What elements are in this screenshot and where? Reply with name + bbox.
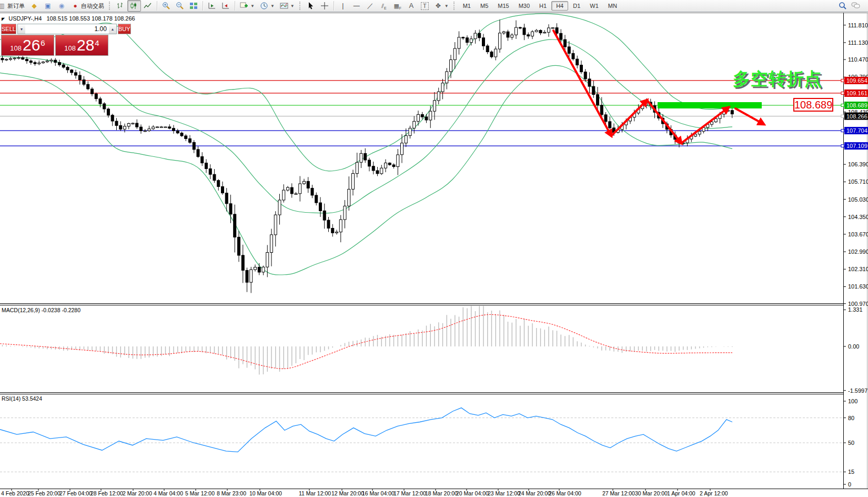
time-tick-label: 20 Mar 04:00 [456, 490, 489, 496]
tf-w1[interactable]: W1 [585, 1, 603, 11]
price-level-box: 108.689 [793, 98, 833, 112]
buy-price-display[interactable]: 108 28 4 [55, 35, 108, 56]
price-label-anchor [841, 130, 844, 132]
autotrading-button[interactable]: ● 自动交易 [68, 0, 107, 12]
market-watch-button[interactable]: ◆ [27, 0, 41, 12]
market-watch-icon: ◆ [30, 2, 38, 10]
price-label-anchor [841, 145, 844, 147]
tf-d1[interactable]: D1 [568, 1, 585, 11]
volume-decrease-button[interactable]: ▼ [18, 24, 25, 34]
axis-tick-label: 101.630 [848, 283, 868, 290]
dropdown-caret-icon: ▼ [250, 4, 255, 8]
search-icon[interactable] [839, 2, 847, 10]
toolbar-grip [453, 2, 456, 10]
zoom-in-icon [162, 2, 170, 10]
bar-chart-button[interactable] [114, 0, 127, 12]
dropdown-caret-icon: ▼ [290, 4, 295, 8]
axis-tick-label: 80 [848, 415, 854, 421]
volume-spinner: ▼ ▲ [17, 24, 117, 34]
candlestick-chart-button[interactable] [127, 0, 141, 12]
line-chart-button[interactable] [141, 0, 155, 12]
axis-tick-label: 111.130 [848, 39, 868, 46]
cursor-button[interactable] [304, 0, 318, 12]
axis-tick-label: 50 [848, 440, 854, 446]
sell-button[interactable]: SELL [1, 24, 16, 34]
macd-label: MACD(12,26,9) -0.0238 -0.2280 [2, 307, 80, 313]
toolbar: ▥ 新订单 ◆ ▣ ◉ ● 自动交易 ▼ ▼ ▼ | — ／ ⫽E ▦F A T… [0, 0, 868, 12]
buy-button[interactable]: BUY [118, 24, 131, 34]
zoom-out-button[interactable] [173, 0, 187, 12]
turning-point-annotation: 多空转折点 [733, 67, 822, 91]
axis-tick-label: 102.310 [848, 266, 868, 272]
axis-tick-label: 110.470 [848, 56, 868, 63]
template-button[interactable]: ▼ [277, 0, 297, 12]
zoom-out-icon [176, 2, 184, 10]
volume-input[interactable] [25, 24, 109, 34]
new-chart-button[interactable]: ▼ [237, 0, 257, 12]
new-order-button[interactable]: ▥ 新订单 [0, 0, 27, 12]
tf-m1[interactable]: M1 [458, 1, 476, 11]
clock-icon [260, 2, 268, 10]
tf-h4[interactable]: H4 [551, 1, 568, 11]
horizontal-line-icon: — [352, 2, 361, 10]
auto-scroll-button[interactable] [219, 0, 233, 12]
axis-tick-label: 105.030 [848, 196, 868, 203]
time-tick-label: 8 Mar 23:00 [217, 490, 246, 496]
chart-symbol-timeframe: USDJPY-,H4 [8, 15, 42, 22]
toolbar-grip [109, 2, 112, 10]
crosshair-button[interactable] [318, 0, 331, 12]
rsi-label: RSI(14) 53.5424 [2, 395, 42, 402]
chart-shift-button[interactable] [205, 0, 219, 12]
zoom-in-button[interactable] [159, 0, 173, 12]
text-label-button[interactable]: T [418, 0, 431, 12]
time-tick-label: 24 Mar 20:00 [518, 490, 551, 496]
sell-price-big: 26 [23, 36, 40, 54]
arrows-button[interactable]: ✥▼ [431, 0, 451, 12]
price-label-anchor [841, 92, 844, 94]
price-label-anchor [841, 104, 844, 107]
template-icon [280, 2, 288, 10]
price-label-text: 107.704 [846, 127, 867, 134]
channel-button[interactable]: ⫽E [377, 0, 391, 12]
tf-m30[interactable]: M30 [514, 1, 534, 11]
text-label-icon: T [421, 2, 429, 10]
tf-m15[interactable]: M15 [493, 1, 513, 11]
sell-price-prefix: 108 [10, 44, 22, 52]
axis-tick-label: 104.350 [848, 214, 868, 220]
cursor-icon [307, 2, 315, 10]
vertical-line-icon: | [339, 2, 347, 10]
price-label-text: 107.109 [846, 143, 867, 149]
axis-tick-label: -1.5997 [848, 387, 867, 394]
dropdown-caret-icon: ▼ [270, 4, 275, 8]
vertical-line-button[interactable]: | [336, 0, 350, 12]
period-button[interactable]: ▼ [257, 0, 277, 12]
fibonacci-icon: ▦F [393, 2, 402, 10]
axis-tick-label: 1.331 [848, 306, 863, 313]
tf-mn[interactable]: MN [603, 1, 622, 11]
horizontal-line-button[interactable]: — [350, 0, 364, 12]
toolbar-separator [235, 1, 235, 11]
axis-tick-label: 105.710 [848, 178, 868, 185]
text-button[interactable]: A [405, 0, 418, 12]
time-tick-label: 4 Feb 2020 [1, 490, 29, 496]
navigator-button[interactable]: ▣ [41, 0, 55, 12]
fibonacci-button[interactable]: ▦F [391, 0, 405, 12]
tf-m5[interactable]: M5 [476, 1, 493, 11]
tf-h1[interactable]: H1 [534, 1, 551, 11]
axis-tick-label: 100.970 [848, 301, 868, 307]
axis-tick-label: 102.990 [848, 248, 868, 255]
chat-icon[interactable] [851, 2, 861, 10]
trendline-button[interactable]: ／ [364, 0, 377, 12]
sell-price-display[interactable]: 108 26 6 [1, 35, 54, 56]
new-chart-icon [240, 2, 248, 10]
buy-price-pip: 4 [95, 38, 99, 47]
toolbar-separator [157, 1, 157, 11]
time-tick-label: 4 Mar 04:00 [154, 490, 183, 496]
time-tick-label: 11 Mar 12:00 [299, 490, 331, 496]
buy-price-big: 28 [77, 36, 94, 54]
toolbar-separator [203, 1, 203, 11]
time-tick-label: 30 Mar 20:00 [635, 490, 668, 496]
volume-increase-button[interactable]: ▲ [109, 24, 116, 34]
tile-windows-button[interactable] [187, 0, 200, 12]
alerts-button[interactable]: ◉ [55, 0, 68, 12]
